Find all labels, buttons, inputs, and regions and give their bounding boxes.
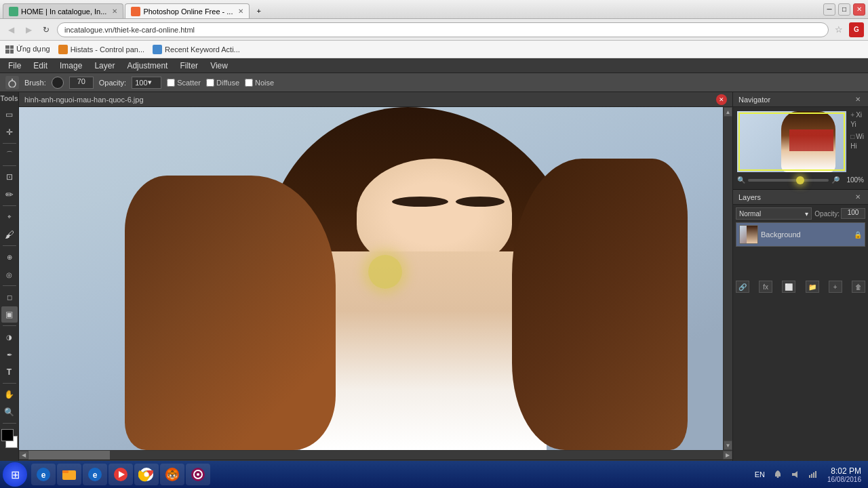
start-button[interactable]: ⊞ [3, 462, 27, 487]
zoom-out-icon[interactable]: 🔍 [737, 176, 745, 184]
blend-mode-dropdown[interactable]: Normal ▾ [736, 207, 812, 220]
tool-crop[interactable]: ⊡ [1, 169, 18, 185]
tool-marquee[interactable]: ▭ [1, 106, 18, 123]
link-layers-btn[interactable]: 🔗 [736, 281, 749, 293]
taskbar-media[interactable] [108, 464, 133, 485]
canvas-close-btn[interactable]: ✕ [716, 94, 727, 105]
close-btn[interactable]: ✕ [853, 3, 865, 16]
menu-layer[interactable]: Layer [89, 60, 120, 72]
taskbar-ie2[interactable]: e [83, 464, 107, 485]
clock-time: 8:02 PM [827, 466, 861, 476]
tool-hand[interactable]: ✋ [1, 386, 18, 403]
opacity-dropdown[interactable]: 100 ▾ [132, 77, 161, 89]
tool-healing[interactable]: ⌖ [1, 209, 18, 225]
browser-tab-2[interactable]: Photoshop Online Free - ... ✕ [125, 3, 250, 18]
layer-lock-icon[interactable]: 🔒 [854, 230, 862, 239]
bookmarks-star-icon[interactable]: ☆ [833, 24, 845, 36]
menu-view[interactable]: View [205, 60, 233, 72]
scroll-left-btn[interactable]: ◀ [19, 451, 28, 460]
tool-eraser[interactable]: ◻ [1, 289, 18, 305]
apps-bookmark[interactable]: Ứng dụng [5, 45, 50, 54]
minimize-btn[interactable]: ─ [823, 3, 835, 16]
tool-move[interactable]: ✛ [1, 124, 18, 140]
histats-bookmark[interactable]: Histats - Control pan... [58, 45, 144, 54]
scroll-up-btn[interactable]: ▲ [724, 107, 732, 117]
noise-checkbox-label[interactable]: Noise [245, 79, 274, 87]
keyword-bookmark[interactable]: Recent Keyword Acti... [153, 45, 240, 54]
horizontal-scrollbar[interactable]: ◀ ▶ [19, 450, 732, 460]
tool-eyedropper[interactable]: ✏ [1, 186, 18, 203]
address-box[interactable]: incatalogue.vn/thiet-ke-card-online.html [57, 22, 829, 37]
systray-volume[interactable] [788, 468, 803, 481]
tool-lasso[interactable]: ⌒ [1, 146, 18, 163]
foreground-color-swatch[interactable] [1, 429, 14, 441]
tab2-close[interactable]: ✕ [238, 7, 243, 15]
tool-clone[interactable]: ⊕ [1, 249, 18, 265]
tool-gradient[interactable]: ▣ [1, 306, 18, 323]
clock-date: 16/08/2016 [827, 476, 861, 483]
systray-language[interactable]: EN [752, 469, 768, 480]
back-btn[interactable]: ◀ [4, 23, 18, 37]
canvas-main[interactable] [19, 107, 723, 450]
system-clock[interactable]: 8:02 PM 16/08/2016 [823, 465, 865, 485]
navigator-close-btn[interactable]: ✕ [853, 95, 863, 104]
scroll-h-thumb[interactable] [28, 451, 110, 460]
tool-brush[interactable]: 🖌 [1, 226, 18, 243]
taskbar-explorer[interactable] [57, 464, 81, 485]
scroll-h-track[interactable] [28, 451, 723, 460]
forward-btn[interactable]: ▶ [22, 23, 35, 37]
group-btn[interactable]: 📁 [806, 281, 819, 293]
systray-notifications[interactable] [770, 468, 785, 481]
menu-file[interactable]: File [3, 60, 26, 72]
layers-close-btn[interactable]: ✕ [853, 192, 863, 202]
browser-extension-icon[interactable]: G [849, 22, 864, 37]
mask-btn[interactable]: ⬜ [782, 281, 795, 293]
refresh-btn[interactable]: ↻ [39, 23, 53, 37]
diffuse-checkbox-label[interactable]: Diffuse [206, 79, 239, 87]
tool-sep-7 [3, 383, 16, 384]
tool-zoom[interactable]: 🔍 [1, 404, 18, 420]
menu-edit[interactable]: Edit [28, 60, 53, 72]
zoom-slider[interactable] [748, 179, 829, 182]
scatter-checkbox-label[interactable]: Scatter [167, 79, 201, 87]
menu-image[interactable]: Image [54, 60, 87, 72]
taskbar-app1[interactable]: 🐯 [160, 464, 184, 485]
wi-label: Wi [856, 133, 864, 140]
noise-checkbox[interactable] [245, 79, 253, 87]
browser-tab-1[interactable]: HOME | In catalogue, In... ✕ [3, 3, 123, 18]
tool-pen[interactable]: ✒ [1, 346, 18, 363]
taskbar-app2[interactable] [186, 464, 210, 485]
delete-layer-btn[interactable]: 🗑 [852, 281, 865, 293]
systray-network[interactable] [806, 468, 821, 481]
zoom-in-icon[interactable]: 🔎 [831, 176, 840, 184]
scroll-right-btn[interactable]: ▶ [723, 451, 732, 460]
navigator-thumbnail[interactable] [737, 111, 846, 172]
tab1-close[interactable]: ✕ [112, 7, 117, 15]
scroll-down-btn[interactable]: ▼ [724, 441, 732, 450]
navigator-panel-header[interactable]: Navigator ✕ [733, 92, 868, 107]
canvas-image[interactable] [19, 107, 723, 450]
maximize-btn[interactable]: □ [838, 3, 850, 16]
tool-history[interactable]: ◎ [1, 266, 18, 283]
diffuse-checkbox[interactable] [206, 79, 214, 87]
menu-adjustment[interactable]: Adjustment [121, 60, 173, 72]
scatter-checkbox[interactable] [167, 79, 175, 87]
tool-dodge[interactable]: ◑ [1, 329, 18, 345]
opacity-input-layers[interactable]: 100 [841, 208, 865, 219]
taskbar-chrome[interactable] [134, 464, 159, 485]
scroll-v-track[interactable] [724, 117, 732, 441]
brush-size-input[interactable]: 70 [69, 77, 94, 89]
new-layer-btn[interactable]: + [829, 281, 842, 293]
layers-panel-header[interactable]: Layers ✕ [733, 190, 868, 205]
new-tab-btn[interactable]: + [251, 3, 266, 18]
vertical-scrollbar[interactable]: ▲ ▼ [723, 107, 732, 450]
color-swatches[interactable] [0, 429, 19, 448]
layers-top-row: Normal ▾ Opacity: 100 [736, 207, 865, 220]
zoom-slider-thumb[interactable] [796, 176, 804, 184]
layer-row-background[interactable]: Background 🔒 [736, 222, 865, 247]
tool-text[interactable]: T [1, 364, 18, 380]
taskbar-ie[interactable]: e [31, 464, 56, 485]
menu-filter[interactable]: Filter [174, 60, 203, 72]
brush-preview[interactable] [52, 77, 64, 89]
fx-btn[interactable]: fx [759, 281, 772, 293]
